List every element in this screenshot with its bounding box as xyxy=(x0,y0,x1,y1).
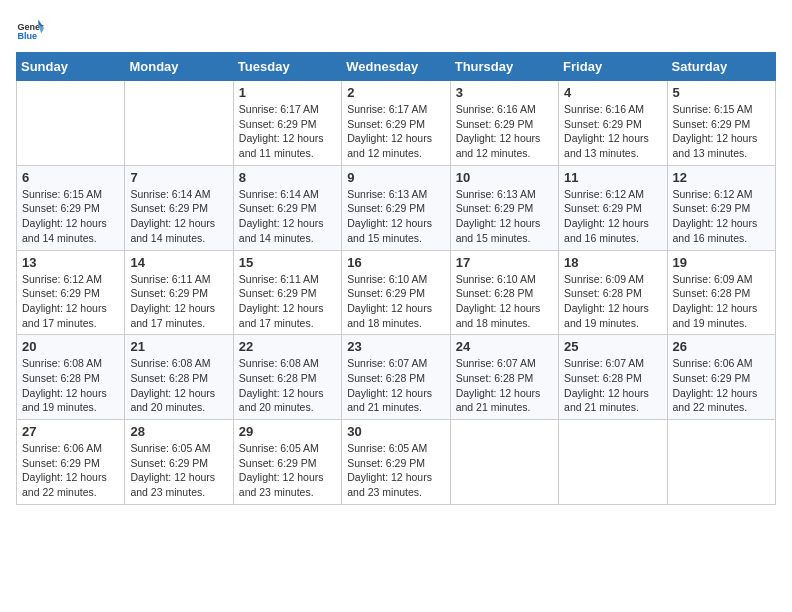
cell-info: Sunrise: 6:05 AM Sunset: 6:29 PM Dayligh… xyxy=(130,441,227,500)
cell-info: Sunrise: 6:14 AM Sunset: 6:29 PM Dayligh… xyxy=(239,187,336,246)
cell-day: 25 xyxy=(564,339,661,354)
page-header: General Blue xyxy=(16,16,776,44)
calendar-cell: 13Sunrise: 6:12 AM Sunset: 6:29 PM Dayli… xyxy=(17,250,125,335)
weekday-tuesday: Tuesday xyxy=(233,53,341,81)
calendar-cell: 26Sunrise: 6:06 AM Sunset: 6:29 PM Dayli… xyxy=(667,335,775,420)
weekday-header-row: SundayMondayTuesdayWednesdayThursdayFrid… xyxy=(17,53,776,81)
calendar-cell: 21Sunrise: 6:08 AM Sunset: 6:28 PM Dayli… xyxy=(125,335,233,420)
calendar-cell: 9Sunrise: 6:13 AM Sunset: 6:29 PM Daylig… xyxy=(342,165,450,250)
calendar-cell: 1Sunrise: 6:17 AM Sunset: 6:29 PM Daylig… xyxy=(233,81,341,166)
calendar-cell: 25Sunrise: 6:07 AM Sunset: 6:28 PM Dayli… xyxy=(559,335,667,420)
calendar-cell: 19Sunrise: 6:09 AM Sunset: 6:28 PM Dayli… xyxy=(667,250,775,335)
cell-info: Sunrise: 6:12 AM Sunset: 6:29 PM Dayligh… xyxy=(22,272,119,331)
cell-info: Sunrise: 6:17 AM Sunset: 6:29 PM Dayligh… xyxy=(347,102,444,161)
calendar-cell xyxy=(125,81,233,166)
cell-info: Sunrise: 6:11 AM Sunset: 6:29 PM Dayligh… xyxy=(130,272,227,331)
cell-info: Sunrise: 6:07 AM Sunset: 6:28 PM Dayligh… xyxy=(347,356,444,415)
week-row-2: 6Sunrise: 6:15 AM Sunset: 6:29 PM Daylig… xyxy=(17,165,776,250)
calendar-cell: 5Sunrise: 6:15 AM Sunset: 6:29 PM Daylig… xyxy=(667,81,775,166)
calendar-cell: 15Sunrise: 6:11 AM Sunset: 6:29 PM Dayli… xyxy=(233,250,341,335)
calendar-cell: 23Sunrise: 6:07 AM Sunset: 6:28 PM Dayli… xyxy=(342,335,450,420)
weekday-wednesday: Wednesday xyxy=(342,53,450,81)
cell-day: 14 xyxy=(130,255,227,270)
weekday-thursday: Thursday xyxy=(450,53,558,81)
logo: General Blue xyxy=(16,16,44,44)
cell-info: Sunrise: 6:15 AM Sunset: 6:29 PM Dayligh… xyxy=(22,187,119,246)
cell-day: 28 xyxy=(130,424,227,439)
cell-info: Sunrise: 6:07 AM Sunset: 6:28 PM Dayligh… xyxy=(456,356,553,415)
calendar-cell: 28Sunrise: 6:05 AM Sunset: 6:29 PM Dayli… xyxy=(125,420,233,505)
cell-info: Sunrise: 6:10 AM Sunset: 6:29 PM Dayligh… xyxy=(347,272,444,331)
weekday-sunday: Sunday xyxy=(17,53,125,81)
calendar-cell: 29Sunrise: 6:05 AM Sunset: 6:29 PM Dayli… xyxy=(233,420,341,505)
cell-day: 24 xyxy=(456,339,553,354)
cell-info: Sunrise: 6:16 AM Sunset: 6:29 PM Dayligh… xyxy=(564,102,661,161)
cell-day: 17 xyxy=(456,255,553,270)
cell-day: 27 xyxy=(22,424,119,439)
cell-info: Sunrise: 6:17 AM Sunset: 6:29 PM Dayligh… xyxy=(239,102,336,161)
cell-info: Sunrise: 6:13 AM Sunset: 6:29 PM Dayligh… xyxy=(347,187,444,246)
calendar: SundayMondayTuesdayWednesdayThursdayFrid… xyxy=(16,52,776,505)
cell-info: Sunrise: 6:10 AM Sunset: 6:28 PM Dayligh… xyxy=(456,272,553,331)
calendar-cell: 8Sunrise: 6:14 AM Sunset: 6:29 PM Daylig… xyxy=(233,165,341,250)
logo-icon: General Blue xyxy=(16,16,44,44)
cell-day: 5 xyxy=(673,85,770,100)
calendar-cell xyxy=(450,420,558,505)
calendar-cell: 24Sunrise: 6:07 AM Sunset: 6:28 PM Dayli… xyxy=(450,335,558,420)
calendar-cell: 18Sunrise: 6:09 AM Sunset: 6:28 PM Dayli… xyxy=(559,250,667,335)
cell-day: 22 xyxy=(239,339,336,354)
cell-day: 11 xyxy=(564,170,661,185)
cell-day: 8 xyxy=(239,170,336,185)
calendar-cell: 6Sunrise: 6:15 AM Sunset: 6:29 PM Daylig… xyxy=(17,165,125,250)
cell-day: 9 xyxy=(347,170,444,185)
weekday-monday: Monday xyxy=(125,53,233,81)
cell-day: 4 xyxy=(564,85,661,100)
calendar-cell: 17Sunrise: 6:10 AM Sunset: 6:28 PM Dayli… xyxy=(450,250,558,335)
cell-day: 18 xyxy=(564,255,661,270)
cell-day: 10 xyxy=(456,170,553,185)
cell-day: 26 xyxy=(673,339,770,354)
cell-day: 12 xyxy=(673,170,770,185)
cell-day: 21 xyxy=(130,339,227,354)
cell-info: Sunrise: 6:06 AM Sunset: 6:29 PM Dayligh… xyxy=(22,441,119,500)
cell-info: Sunrise: 6:11 AM Sunset: 6:29 PM Dayligh… xyxy=(239,272,336,331)
cell-day: 20 xyxy=(22,339,119,354)
calendar-cell: 27Sunrise: 6:06 AM Sunset: 6:29 PM Dayli… xyxy=(17,420,125,505)
calendar-cell: 30Sunrise: 6:05 AM Sunset: 6:29 PM Dayli… xyxy=(342,420,450,505)
cell-info: Sunrise: 6:08 AM Sunset: 6:28 PM Dayligh… xyxy=(130,356,227,415)
calendar-cell: 7Sunrise: 6:14 AM Sunset: 6:29 PM Daylig… xyxy=(125,165,233,250)
cell-day: 1 xyxy=(239,85,336,100)
cell-info: Sunrise: 6:15 AM Sunset: 6:29 PM Dayligh… xyxy=(673,102,770,161)
calendar-cell xyxy=(559,420,667,505)
weekday-saturday: Saturday xyxy=(667,53,775,81)
cell-day: 29 xyxy=(239,424,336,439)
cell-info: Sunrise: 6:08 AM Sunset: 6:28 PM Dayligh… xyxy=(22,356,119,415)
cell-info: Sunrise: 6:08 AM Sunset: 6:28 PM Dayligh… xyxy=(239,356,336,415)
calendar-cell: 20Sunrise: 6:08 AM Sunset: 6:28 PM Dayli… xyxy=(17,335,125,420)
cell-day: 3 xyxy=(456,85,553,100)
week-row-5: 27Sunrise: 6:06 AM Sunset: 6:29 PM Dayli… xyxy=(17,420,776,505)
calendar-cell: 12Sunrise: 6:12 AM Sunset: 6:29 PM Dayli… xyxy=(667,165,775,250)
calendar-cell: 3Sunrise: 6:16 AM Sunset: 6:29 PM Daylig… xyxy=(450,81,558,166)
cell-info: Sunrise: 6:14 AM Sunset: 6:29 PM Dayligh… xyxy=(130,187,227,246)
calendar-cell xyxy=(667,420,775,505)
cell-day: 30 xyxy=(347,424,444,439)
cell-info: Sunrise: 6:09 AM Sunset: 6:28 PM Dayligh… xyxy=(564,272,661,331)
calendar-cell: 22Sunrise: 6:08 AM Sunset: 6:28 PM Dayli… xyxy=(233,335,341,420)
calendar-cell xyxy=(17,81,125,166)
cell-info: Sunrise: 6:13 AM Sunset: 6:29 PM Dayligh… xyxy=(456,187,553,246)
cell-info: Sunrise: 6:05 AM Sunset: 6:29 PM Dayligh… xyxy=(239,441,336,500)
cell-info: Sunrise: 6:07 AM Sunset: 6:28 PM Dayligh… xyxy=(564,356,661,415)
calendar-cell: 14Sunrise: 6:11 AM Sunset: 6:29 PM Dayli… xyxy=(125,250,233,335)
svg-text:Blue: Blue xyxy=(17,31,37,41)
cell-day: 15 xyxy=(239,255,336,270)
cell-day: 16 xyxy=(347,255,444,270)
weekday-friday: Friday xyxy=(559,53,667,81)
calendar-cell: 11Sunrise: 6:12 AM Sunset: 6:29 PM Dayli… xyxy=(559,165,667,250)
cell-day: 13 xyxy=(22,255,119,270)
cell-day: 7 xyxy=(130,170,227,185)
cell-info: Sunrise: 6:05 AM Sunset: 6:29 PM Dayligh… xyxy=(347,441,444,500)
cell-info: Sunrise: 6:16 AM Sunset: 6:29 PM Dayligh… xyxy=(456,102,553,161)
cell-info: Sunrise: 6:06 AM Sunset: 6:29 PM Dayligh… xyxy=(673,356,770,415)
cell-day: 6 xyxy=(22,170,119,185)
